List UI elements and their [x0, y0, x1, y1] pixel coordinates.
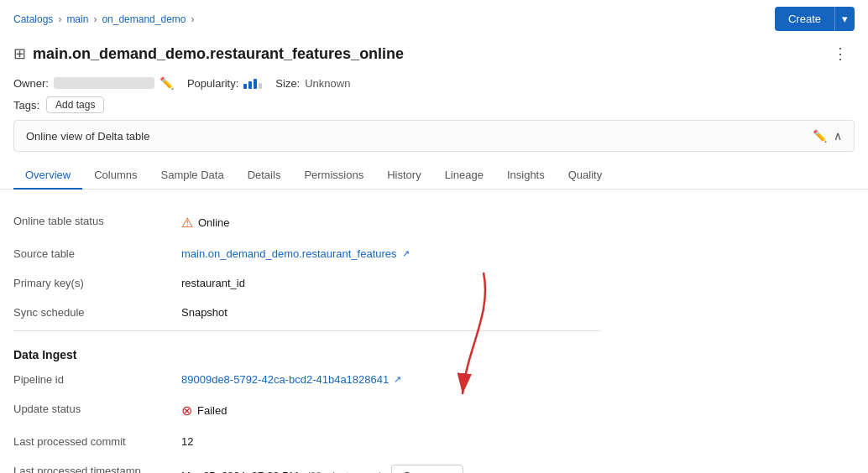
size-value: Unknown [305, 77, 350, 90]
breadcrumb-catalogs[interactable]: Catalogs [13, 13, 53, 25]
popularity-bars [243, 77, 262, 89]
breadcrumb-sep-3: › [191, 13, 194, 25]
tab-quality[interactable]: Quality [557, 162, 614, 190]
tags-row: Tags: Add tags [0, 95, 868, 120]
owner-value [54, 77, 154, 89]
tab-columns[interactable]: Columns [82, 162, 149, 190]
tab-permissions[interactable]: Permissions [292, 162, 375, 190]
breadcrumb: Catalogs › main › on_demand_demo › [13, 13, 194, 25]
timestamp-row: Mar 05, 2024, 07:09 PM (28 minutes ago) … [181, 465, 463, 473]
timestamp-value: Mar 05, 2024, 07:09 PM [181, 470, 298, 473]
field-value-last-commit: 12 [181, 427, 601, 456]
info-box-text: Online view of Delta table [26, 130, 149, 143]
data-ingest-title: Data Ingest [13, 348, 855, 361]
size-field: Size: Unknown [275, 77, 350, 90]
popularity-field: Popularity: [187, 77, 262, 90]
field-value-source: main.on_demand_demo.restaurant_features … [181, 239, 601, 268]
create-dropdown-arrow[interactable]: ▾ [834, 7, 855, 31]
field-value-primary-key: restaurant_id [181, 268, 601, 298]
field-label-update-status: Update status [13, 394, 181, 427]
create-button[interactable]: Create [775, 7, 834, 31]
field-label-status: Online table status [13, 206, 181, 239]
bar-1 [243, 84, 247, 89]
field-label-primary-key: Primary key(s) [13, 268, 181, 298]
field-value-last-timestamp: Mar 05, 2024, 07:09 PM (28 minutes ago) … [181, 456, 601, 473]
field-label-last-commit: Last processed commit [13, 427, 181, 456]
sync-now-button[interactable]: Sync now [391, 465, 463, 473]
meta-row: Owner: ✏️ Popularity: Size: Unknown [0, 73, 868, 95]
tab-history[interactable]: History [375, 162, 432, 190]
field-value-pipeline-id: 89009de8-5792-42ca-bcd2-41b4a1828641 ↗ [181, 365, 601, 394]
tags-label: Tags: [13, 99, 39, 112]
breadcrumb-on-demand-demo[interactable]: on_demand_demo [102, 13, 186, 25]
size-label: Size: [275, 77, 300, 90]
time-ago: (28 minutes ago) [306, 470, 382, 474]
tab-insights[interactable]: Insights [495, 162, 557, 190]
field-label-sync-schedule: Sync schedule [13, 298, 181, 327]
field-value-update-status: ⊗ Failed [181, 394, 601, 427]
external-link-icon-pipeline: ↗ [394, 374, 401, 385]
field-value-status: ⚠ Online [181, 206, 601, 239]
field-label-pipeline-id: Pipeline id [13, 365, 181, 394]
info-box-actions: ✏️ ∧ [813, 129, 842, 143]
create-button-group: Create ▾ [775, 7, 855, 31]
status-text: Online [198, 216, 230, 229]
breadcrumb-sep-1: › [58, 13, 61, 25]
page-title: main.on_demand_demo.restaurant_features_… [33, 45, 404, 63]
bar-3 [254, 79, 257, 89]
tab-overview[interactable]: Overview [13, 162, 82, 190]
field-label-source: Source table [13, 239, 181, 268]
page-header: ⊞ main.on_demand_demo.restaurant_feature… [0, 38, 868, 73]
add-tags-button[interactable]: Add tags [46, 96, 104, 113]
tab-lineage[interactable]: Lineage [433, 162, 495, 190]
overview-grid: Online table status ⚠ Online Source tabl… [13, 206, 601, 335]
owner-field: Owner: ✏️ [13, 76, 174, 90]
tab-sample-data[interactable]: Sample Data [149, 162, 235, 190]
pipeline-id-link[interactable]: 89009de8-5792-42ca-bcd2-41b4a1828641 [181, 373, 389, 386]
tab-details[interactable]: Details [236, 162, 293, 190]
ingest-grid: Pipeline id 89009de8-5792-42ca-bcd2-41b4… [13, 365, 601, 473]
field-value-sync-schedule: Snapshot [181, 298, 601, 327]
primary-key-text: restaurant_id [181, 277, 245, 289]
content-area: Online table status ⚠ Online Source tabl… [0, 190, 868, 473]
bar-2 [248, 81, 252, 89]
failed-icon: ⊗ [181, 403, 192, 418]
info-collapse-button[interactable]: ∧ [834, 129, 842, 143]
owner-edit-icon[interactable]: ✏️ [159, 76, 174, 90]
top-bar: Catalogs › main › on_demand_demo › Creat… [0, 0, 868, 38]
info-box: Online view of Delta table ✏️ ∧ [13, 120, 855, 152]
external-link-icon-source: ↗ [402, 248, 410, 259]
section-divider [13, 330, 601, 331]
warning-icon: ⚠ [181, 215, 193, 231]
tabs-bar: Overview Columns Sample Data Details Per… [0, 162, 868, 190]
last-commit-text: 12 [181, 435, 193, 448]
source-table-link[interactable]: main.on_demand_demo.restaurant_features [181, 247, 397, 260]
table-icon: ⊞ [13, 44, 26, 63]
field-label-last-timestamp: Last processed timestamp [13, 456, 181, 473]
sync-schedule-text: Snapshot [181, 306, 227, 319]
info-edit-button[interactable]: ✏️ [813, 129, 827, 143]
more-options-button[interactable]: ⋮ [826, 41, 855, 66]
breadcrumb-main[interactable]: main [66, 13, 88, 25]
owner-label: Owner: [13, 77, 49, 90]
popularity-label: Popularity: [187, 77, 238, 90]
update-status-text: Failed [197, 404, 227, 417]
bar-4 [259, 83, 262, 89]
breadcrumb-sep-2: › [93, 13, 97, 25]
